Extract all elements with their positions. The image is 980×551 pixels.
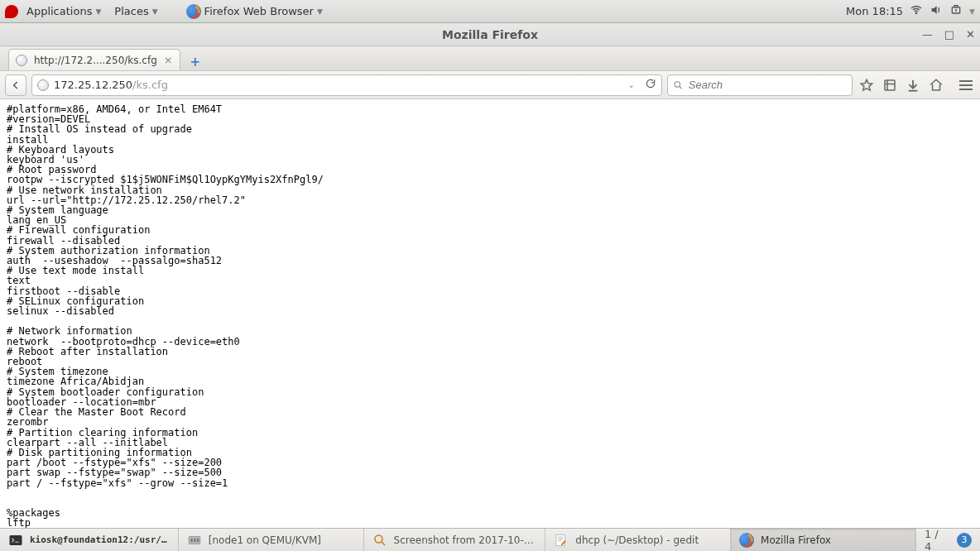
back-button[interactable] <box>5 74 26 96</box>
chevron-down-icon: ▼ <box>152 7 158 16</box>
task-gedit[interactable]: dhcp (~/Desktop) - gedit <box>545 529 731 551</box>
url-bar[interactable]: 172.25.12.250/ks.cfg ⌄ <box>31 74 662 96</box>
gnome-top-panel: Applications ▼ Places ▼ Firefox Web Brow… <box>0 0 980 23</box>
search-bar[interactable] <box>667 74 853 96</box>
chevron-down-icon: ▼ <box>95 7 101 16</box>
places-menu[interactable]: Places ▼ <box>109 5 162 17</box>
url-text: 172.25.12.250/ks.cfg <box>54 79 168 91</box>
svg-point-0 <box>915 12 916 13</box>
search-icon <box>673 79 684 91</box>
task-terminal[interactable]: kiosk@foundation12:/usr/sbin <box>0 529 179 551</box>
svg-rect-4 <box>885 80 895 90</box>
window-titlebar: Mozilla Firefox — □ ✕ <box>0 23 980 46</box>
terminal-icon <box>8 533 23 548</box>
svg-rect-2 <box>954 6 958 7</box>
maximize-button[interactable]: □ <box>944 28 954 41</box>
volume-icon[interactable] <box>930 3 943 19</box>
svg-rect-8 <box>556 534 565 546</box>
task-virt-manager[interactable]: [node1 on QEMU/KVM] <box>179 529 364 551</box>
task-label: Screenshot from 2017-10-29 ... <box>394 534 537 546</box>
globe-icon <box>16 55 27 66</box>
kickstart-file-text: #platform=x86, AMD64, or Intel EM64T #ve… <box>7 104 973 528</box>
task-image-viewer[interactable]: Screenshot from 2017-10-29 ... <box>364 529 546 551</box>
clock[interactable]: Mon 18:15 <box>846 5 903 17</box>
page-content[interactable]: #platform=x86, AMD64, or Intel EM64T #ve… <box>0 99 980 528</box>
downloads-button[interactable] <box>904 78 922 93</box>
url-host: 172.25.12.250 <box>54 79 132 91</box>
reload-button[interactable] <box>640 78 656 92</box>
bottom-taskbar: kiosk@foundation12:/usr/sbin [node1 on Q… <box>0 528 980 551</box>
close-button[interactable]: ✕ <box>966 28 975 41</box>
chevron-down-icon: ▼ <box>317 7 323 16</box>
svg-point-7 <box>375 535 382 543</box>
applications-label: Applications <box>26 5 92 17</box>
globe-icon <box>37 79 49 91</box>
current-app-menu[interactable]: Firefox Web Browser ▼ <box>181 4 328 19</box>
history-dropdown-icon[interactable]: ⌄ <box>628 80 635 89</box>
task-label: Mozilla Firefox <box>761 534 831 546</box>
menu-button[interactable] <box>957 80 975 90</box>
gedit-icon <box>554 533 569 548</box>
wifi-icon[interactable] <box>910 3 923 19</box>
bookmark-star-button[interactable] <box>858 78 876 93</box>
url-path: /ks.cfg <box>132 79 168 91</box>
chevron-down-icon[interactable]: ▼ <box>969 7 975 16</box>
svg-rect-5 <box>10 535 22 545</box>
tab-strip: http://172.2....250/ks.cfg × + <box>0 46 980 71</box>
vm-icon <box>187 533 202 548</box>
svg-point-3 <box>675 81 680 86</box>
minimize-button[interactable]: — <box>922 28 933 41</box>
tab-label: http://172.2....250/ks.cfg <box>34 55 157 66</box>
magnifier-icon <box>372 533 387 548</box>
bookmarks-list-button[interactable] <box>881 78 899 93</box>
redhat-icon <box>5 5 18 18</box>
firefox-icon <box>739 533 754 548</box>
browser-tab[interactable]: http://172.2....250/ks.cfg × <box>8 49 180 70</box>
new-tab-button[interactable]: + <box>185 54 205 70</box>
home-button[interactable] <box>927 78 945 93</box>
tab-close-button[interactable]: × <box>164 54 173 66</box>
task-label: [node1 on QEMU/KVM] <box>209 534 321 546</box>
workspace-indicator[interactable]: 1 / 4 3 <box>916 529 980 551</box>
window-title: Mozilla Firefox <box>442 28 538 41</box>
applications-menu[interactable]: Applications ▼ <box>22 5 106 17</box>
places-label: Places <box>114 5 148 17</box>
firefox-icon <box>186 4 201 19</box>
notification-badge[interactable]: 3 <box>957 533 972 548</box>
search-input[interactable] <box>689 79 847 91</box>
task-label: kiosk@foundation12:/usr/sbin <box>30 534 170 545</box>
task-firefox[interactable]: Mozilla Firefox <box>731 529 916 551</box>
nav-toolbar: 172.25.12.250/ks.cfg ⌄ <box>0 71 980 99</box>
task-label: dhcp (~/Desktop) - gedit <box>575 534 699 546</box>
current-app-label: Firefox Web Browser <box>204 5 314 17</box>
battery-icon[interactable] <box>949 3 963 19</box>
workspace-label: 1 / 4 <box>925 528 949 552</box>
